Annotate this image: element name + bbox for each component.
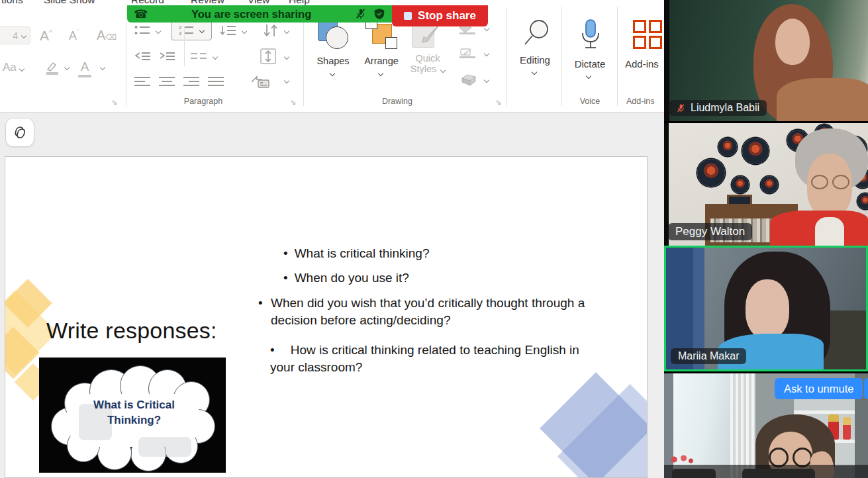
tile-hover-overlay <box>664 465 868 478</box>
participant-name-tag: Mariia Makar <box>671 348 746 364</box>
chevron-down-icon <box>532 70 537 75</box>
change-case-button[interactable]: Aa <box>3 61 24 74</box>
powerpoint-window: tions Slide Show Record Review View Help… <box>0 0 664 478</box>
drawing-dialog-launcher[interactable]: ⇘ <box>495 98 501 107</box>
add-ins-button[interactable]: Add-ins <box>625 58 664 70</box>
turtleneck <box>815 217 844 246</box>
participant-video-peggy[interactable]: Peggy Walton <box>664 123 868 246</box>
chevron-down-icon[interactable] <box>284 28 289 34</box>
convert-to-smartart-button[interactable] <box>250 73 270 91</box>
chevron-down-icon[interactable] <box>284 78 289 83</box>
decrease-indent-button[interactable] <box>134 50 152 64</box>
slide-bullet-4: •How is critical thinking related to tea… <box>270 342 587 376</box>
quick-styles-button[interactable]: Quick Styles <box>405 53 450 74</box>
participant-video-mariia-active[interactable]: Mariia Makar <box>664 246 868 371</box>
security-shield-icon <box>373 8 385 20</box>
glasses-right-lens <box>832 175 849 189</box>
increase-indent-button[interactable] <box>159 50 176 64</box>
chevron-down-icon[interactable] <box>100 65 105 70</box>
chevron-down-icon[interactable] <box>284 54 289 60</box>
sweater <box>777 78 868 121</box>
microphone-muted-icon <box>355 8 367 20</box>
chevron-down-icon[interactable] <box>213 54 218 60</box>
align-right-button[interactable] <box>183 75 201 90</box>
cloud-caption: What is Critical Thinking? <box>83 397 185 428</box>
align-left-button[interactable] <box>134 75 152 90</box>
muted-microphone-icon <box>676 103 686 113</box>
align-text-button[interactable] <box>260 48 277 68</box>
glasses-left-lens <box>811 175 828 189</box>
paragraph-dialog-launcher[interactable]: ⇘ <box>290 98 296 107</box>
chevron-down-icon[interactable] <box>484 77 489 83</box>
slide-bullet-1: •What is critical thinking? <box>283 246 429 261</box>
line-spacing-button[interactable] <box>220 24 237 39</box>
chevron-down-icon <box>21 32 26 38</box>
text-direction-arrows-icon[interactable] <box>262 23 279 40</box>
participants-panel: Liudmyla Babii <box>664 0 868 478</box>
tab-slide-show[interactable]: Slide Show <box>44 0 95 6</box>
chevron-down-icon <box>378 71 383 76</box>
dictate-microphone-icon <box>577 19 604 56</box>
copilot-button[interactable] <box>5 118 34 147</box>
editing-button[interactable]: Editing <box>511 54 559 66</box>
increase-font-size-button[interactable]: A^ <box>40 28 52 44</box>
bullets-button[interactable] <box>134 25 150 38</box>
paragraph-group-label: Paragraph <box>173 97 233 106</box>
participant-name-tag: Liudmyla Babii <box>669 100 767 116</box>
screen-sharing-banner: ☎ You are screen sharing <box>127 5 392 23</box>
voice-group-label: Voice <box>567 97 613 106</box>
font-size-combo[interactable]: 4 <box>0 26 30 44</box>
slide-bullet-3: •When did you wish that you’d critically… <box>258 295 589 329</box>
chevron-down-icon[interactable] <box>242 28 247 34</box>
drawing-group-label: Drawing <box>367 97 427 106</box>
slide-canvas[interactable]: •What is critical thinking? •When do you… <box>5 156 648 478</box>
dictate-button[interactable]: Dictate <box>567 58 613 70</box>
shapes-button[interactable]: Shapes <box>311 56 355 66</box>
participant-video-bottom[interactable]: Ask to unmute <box>664 373 868 478</box>
numbering-button[interactable]: 23 <box>171 21 212 40</box>
curtain-stripes <box>730 373 755 478</box>
shape-outline-icon[interactable] <box>458 46 479 62</box>
copilot-icon <box>12 124 28 140</box>
slide-bullet-2: •When do you use it? <box>283 271 409 285</box>
phone-icon: ☎ <box>134 9 148 20</box>
critical-thinking-image[interactable]: What is Critical Thinking? <box>39 358 226 473</box>
align-center-button[interactable] <box>159 75 176 90</box>
stop-icon <box>404 12 412 20</box>
arrange-button[interactable]: Arrange <box>358 56 405 66</box>
ask-to-unmute-button[interactable]: Ask to unmute <box>775 378 863 399</box>
chevron-down-icon[interactable] <box>156 28 161 34</box>
chevron-down-icon[interactable] <box>484 26 489 31</box>
slide-heading: Write responses: <box>46 318 217 344</box>
add-ins-group-label: Add-ins <box>626 97 664 106</box>
participant-video-liudmyla[interactable]: Liudmyla Babii <box>664 0 868 121</box>
chevron-down-icon <box>330 71 335 76</box>
trophy <box>843 417 851 440</box>
svg-text:3: 3 <box>179 31 181 36</box>
face <box>746 279 789 339</box>
application-window: tions Slide Show Record Review View Help… <box>0 0 868 478</box>
face <box>775 19 810 65</box>
screen-sharing-text: You are screen sharing <box>154 8 348 21</box>
decrease-font-size-button[interactable]: Aˇ <box>69 29 79 43</box>
clear-formatting-button[interactable]: A⌫ <box>97 28 117 43</box>
font-dialog-launcher[interactable]: ⇘ <box>111 98 117 107</box>
columns-button[interactable] <box>191 52 208 64</box>
flowers <box>669 453 693 466</box>
stop-share-button[interactable]: Stop share <box>392 5 488 26</box>
svg-text:2: 2 <box>179 25 181 30</box>
participant-name-tag: Peggy Walton <box>668 223 752 240</box>
editing-icon <box>522 17 552 50</box>
tab-transitions[interactable]: tions <box>1 0 23 6</box>
chevron-down-icon <box>586 73 591 79</box>
font-color-button[interactable]: A <box>78 60 91 77</box>
chevron-down-icon[interactable] <box>484 51 489 56</box>
font-size-value: 4 <box>13 30 18 41</box>
secondary-action-button-clipped[interactable] <box>864 378 868 399</box>
editor-workspace: •What is critical thinking? •When do you… <box>0 113 664 478</box>
justify-button[interactable] <box>208 75 225 90</box>
add-ins-icon <box>633 20 663 50</box>
text-highlight-button[interactable] <box>44 61 61 78</box>
chevron-down-icon[interactable] <box>64 65 70 70</box>
shape-effects-icon[interactable] <box>458 73 479 90</box>
